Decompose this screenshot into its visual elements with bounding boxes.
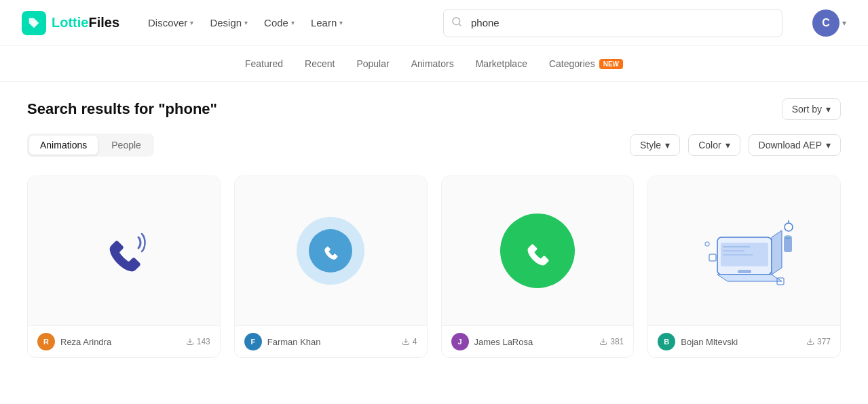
- download-icon: [186, 338, 194, 346]
- card-preview: [235, 176, 427, 325]
- chevron-down-icon: ▾: [190, 19, 193, 26]
- logo[interactable]: LottieFiles: [22, 11, 119, 35]
- isometric-phone-icon: [683, 203, 806, 298]
- author-avatar: R: [37, 333, 55, 350]
- author-name: James LaRosa: [474, 337, 533, 347]
- logo-text: LottieFiles: [52, 15, 119, 31]
- color-dropdown[interactable]: Color ▾: [688, 134, 740, 156]
- author-avatar: F: [244, 333, 262, 350]
- filters-bar: Animations People Style ▾ Color ▾ Downlo…: [27, 134, 841, 157]
- nav-learn[interactable]: Learn ▾: [304, 13, 350, 33]
- card-author: B Bojan Mltevski: [658, 333, 738, 350]
- search-wrapper: [443, 9, 782, 37]
- svg-point-17: [705, 242, 709, 246]
- results-header: Search results for "phone" Sort by ▾: [27, 98, 841, 120]
- chevron-down-icon: ▾: [339, 19, 343, 26]
- chevron-down-icon: ▾: [291, 19, 295, 26]
- author-avatar: J: [451, 333, 469, 350]
- author-name: Reza Arindra: [60, 337, 111, 347]
- download-icon: [599, 338, 607, 346]
- tab-animations[interactable]: Animations: [29, 136, 98, 155]
- download-count: 381: [599, 337, 624, 346]
- tab-people[interactable]: People: [100, 136, 152, 155]
- card-footer: R Reza Arindra 143: [28, 325, 220, 357]
- card-preview: [442, 176, 634, 325]
- svg-line-1: [459, 24, 461, 26]
- svg-rect-10: [738, 270, 751, 273]
- chevron-down-icon: ▾: [826, 104, 831, 115]
- sub-nav-popular[interactable]: Popular: [356, 56, 389, 72]
- author-avatar: B: [658, 333, 675, 350]
- download-count: 4: [402, 337, 417, 346]
- download-count: 143: [186, 337, 210, 346]
- card-footer: J James LaRosa 381: [442, 325, 634, 357]
- header: LottieFiles Discover ▾ Design ▾ Code ▾ L…: [0, 0, 868, 46]
- author-name: Farman Khan: [267, 337, 321, 347]
- main-nav: Discover ▾ Design ▾ Code ▾ Learn ▾: [141, 13, 350, 33]
- logo-icon: [22, 11, 46, 35]
- svg-rect-13: [784, 237, 792, 252]
- card-footer: B Bojan Mltevski 377: [648, 325, 840, 357]
- svg-point-0: [453, 18, 460, 25]
- animation-card[interactable]: R Reza Arindra 143: [27, 176, 221, 358]
- phone-circle-dark: [309, 229, 352, 272]
- sort-button[interactable]: Sort by ▾: [782, 98, 841, 120]
- search-input[interactable]: [443, 9, 782, 37]
- style-dropdown[interactable]: Style ▾: [630, 134, 680, 156]
- svg-rect-15: [709, 254, 716, 261]
- download-icon: [402, 338, 410, 346]
- svg-point-14: [784, 235, 792, 239]
- sub-nav: Featured Recent Popular Animators Market…: [0, 46, 868, 82]
- svg-point-11: [785, 223, 793, 231]
- search-icon: [451, 16, 462, 30]
- card-author: R Reza Arindra: [37, 333, 111, 350]
- animation-card[interactable]: B Bojan Mltevski 377: [647, 176, 841, 358]
- chevron-down-icon[interactable]: ▾: [842, 18, 846, 28]
- card-author: F Farman Khan: [244, 333, 321, 350]
- sub-nav-recent[interactable]: Recent: [305, 56, 335, 72]
- chevron-down-icon: ▾: [725, 140, 730, 150]
- animation-card[interactable]: J James LaRosa 381: [441, 176, 635, 358]
- card-preview: [28, 176, 220, 325]
- phone-circle-green: [500, 214, 575, 288]
- chevron-down-icon: ▾: [826, 140, 831, 150]
- card-preview: [648, 176, 840, 325]
- nav-design[interactable]: Design ▾: [203, 13, 254, 33]
- chevron-down-icon: ▾: [244, 19, 248, 26]
- nav-discover[interactable]: Discover ▾: [141, 13, 200, 33]
- sub-nav-categories[interactable]: Categories NEW: [549, 56, 623, 72]
- main-content: Search results for "phone" Sort by ▾ Ani…: [0, 82, 868, 374]
- card-footer: F Farman Khan 4: [235, 325, 427, 357]
- sub-nav-animators[interactable]: Animators: [411, 56, 454, 72]
- download-aep-dropdown[interactable]: Download AEP ▾: [749, 134, 841, 156]
- nav-code[interactable]: Code ▾: [257, 13, 301, 33]
- new-badge: NEW: [599, 59, 623, 69]
- chevron-down-icon: ▾: [665, 140, 670, 150]
- author-name: Bojan Mltevski: [681, 337, 738, 347]
- sub-nav-marketplace[interactable]: Marketplace: [476, 56, 527, 72]
- animation-card[interactable]: F Farman Khan 4: [234, 176, 428, 358]
- filter-tabs: Animations People: [27, 134, 154, 157]
- download-count: 377: [806, 337, 831, 346]
- results-title: Search results for "phone": [27, 100, 217, 118]
- card-author: J James LaRosa: [451, 333, 533, 350]
- sub-nav-featured[interactable]: Featured: [245, 56, 283, 72]
- phone-circle-light: [297, 217, 364, 285]
- avatar[interactable]: C: [812, 9, 839, 37]
- animations-grid: R Reza Arindra 143: [27, 176, 841, 358]
- download-icon: [806, 338, 814, 346]
